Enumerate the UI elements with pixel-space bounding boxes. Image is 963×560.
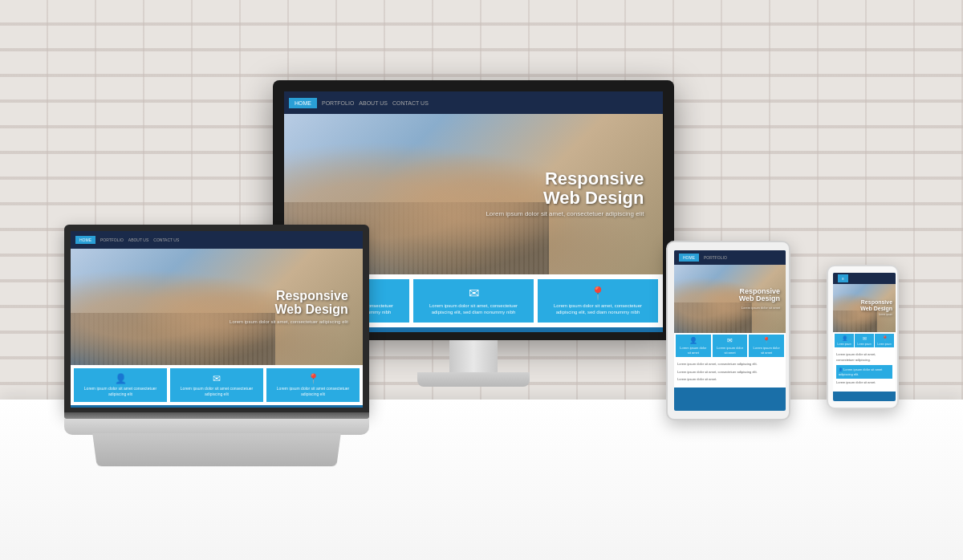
monitor-hero-text: Responsive Web Design Lorem ipsum dolor …	[486, 169, 644, 219]
tablet-card-1: 👤 Lorem ipsum dolor sit amet	[676, 335, 711, 357]
tablet-nav: HOME PORTFOLIO	[674, 250, 786, 265]
tablet-extra-text-3: Lorem ipsum dolor sit amet.	[677, 377, 782, 382]
laptop-nav-link-2: ABOUT US	[128, 237, 148, 242]
laptop-nav-link-3: CONTACT US	[153, 237, 179, 242]
phone-hero-title-1: Responsive	[860, 299, 892, 306]
tablet-bezel: HOME PORTFOLIO Responsive Web Design Lor…	[666, 241, 790, 420]
tablet-card-icon-3: 📍	[762, 337, 770, 344]
tablet-hero-subtitle: Lorem ipsum dolor sit amet	[739, 306, 780, 310]
monitor-hero-subtitle: Lorem ipsum dolor sit amet, consectetuer…	[486, 210, 644, 218]
tablet-screen: HOME PORTFOLIO Responsive Web Design Lor…	[674, 250, 786, 411]
phone-device: ≡ Responsive Web Design Lorem ipsum	[827, 265, 899, 409]
monitor-nav-link-3: CONTACT US	[392, 100, 429, 106]
scene-container: HOME PORTFOLIO ABOUT US CONTACT US Respo…	[0, 0, 963, 560]
laptop-card-1: 👤 Lorem ipsum dolor sit amet consectetue…	[74, 368, 167, 402]
monitor-card-3: 📍 Lorem ipsum dolor sit amet, consectetu…	[538, 279, 658, 323]
phone-screen-content: ≡ Responsive Web Design Lorem ipsum	[833, 273, 896, 401]
laptop-card-3: 📍 Lorem ipsum dolor sit amet consectetue…	[266, 368, 360, 402]
monitor-nav-link-1: PORTFOLIO	[322, 100, 354, 106]
tablet-extra-text-2: Lorem ipsum dolor sit amet, consectetuer…	[677, 370, 782, 375]
monitor-nav: HOME PORTFOLIO ABOUT US CONTACT US	[284, 91, 663, 114]
phone-card-1: 👤 Lorem ipsum	[835, 334, 854, 347]
phone-hero-text: Responsive Web Design Lorem ipsum	[860, 299, 892, 317]
phone-card-icon-3: 📍	[882, 335, 888, 341]
phone-extra-card-1: 👤 Lorem ipsum dolor sit amet adipiscing …	[836, 365, 892, 379]
laptop-nav-active: HOME	[75, 236, 95, 244]
phone-extra-content: Lorem ipsum dolor sit amet, consectetuer…	[833, 349, 896, 391]
monitor-nav-link-2: ABOUT US	[359, 100, 388, 106]
monitor-stand-base	[417, 372, 530, 387]
laptop-card-icon-2: ✉	[213, 373, 221, 384]
phone-card-icon-1: 👤	[842, 335, 847, 341]
laptop-device: HOME PORTFOLIO ABOUT US CONTACT US Respo…	[64, 225, 369, 435]
laptop-nav: HOME PORTFOLIO ABOUT US CONTACT US	[71, 231, 363, 249]
monitor-card-icon-2: ✉	[469, 286, 479, 301]
laptop-nav-link-1: PORTFOLIO	[100, 237, 124, 242]
tablet-cards: 👤 Lorem ipsum dolor sit amet ✉ Lorem ips…	[674, 333, 786, 359]
tablet-screen-content: HOME PORTFOLIO Responsive Web Design Lor…	[674, 250, 786, 411]
phone-card-2: ✉ Lorem ipsum	[855, 334, 874, 347]
tablet-card-2: ✉ Lorem ipsum dolor sit amet	[713, 335, 748, 357]
tablet-card-text-1: Lorem ipsum dolor sit amet	[678, 346, 709, 355]
phone-card-text-2: Lorem ipsum	[857, 343, 871, 346]
monitor-hero-title-2: Web Design	[486, 189, 644, 208]
tablet-card-icon-1: 👤	[689, 337, 697, 344]
tablet-card-3: 📍 Lorem ipsum dolor sit amet	[749, 335, 784, 357]
tablet-extra-content: Lorem ipsum dolor sit amet, consectetuer…	[674, 359, 786, 388]
phone-card-text-1: Lorem ipsum	[837, 343, 851, 346]
monitor-card-text-3: Lorem ipsum dolor sit amet, consectetuer…	[544, 302, 652, 316]
laptop-hero-title-1: Responsive	[230, 289, 348, 303]
monitor-card-icon-3: 📍	[590, 286, 606, 301]
phone-extra-card-text-1: 👤 Lorem ipsum dolor sit amet adipiscing …	[839, 367, 890, 376]
laptop-cards: 👤 Lorem ipsum dolor sit amet consectetue…	[71, 365, 363, 405]
phone-cards: 👤 Lorem ipsum ✉ Lorem ipsum 📍 Lorem ipsu…	[833, 332, 896, 349]
laptop-card-text-2: Lorem ipsum dolor sit amet consectetuer …	[175, 386, 258, 397]
laptop-card-text-1: Lorem ipsum dolor sit amet consectetuer …	[79, 386, 162, 397]
phone-card-3: 📍 Lorem ipsum	[875, 334, 894, 347]
tablet-card-text-2: Lorem ipsum dolor sit amet	[715, 346, 746, 355]
laptop-screen-content: HOME PORTFOLIO ABOUT US CONTACT US Respo…	[71, 231, 363, 408]
monitor-card-2: ✉ Lorem ipsum dolor sit amet, consectetu…	[413, 279, 534, 323]
phone-extra-text-2: Lorem ipsum dolor sit amet.	[836, 380, 892, 385]
tablet-extra-text-1: Lorem ipsum dolor sit amet, consectetuer…	[677, 362, 782, 367]
laptop-base	[64, 419, 369, 435]
tablet-hero-title-2: Web Design	[739, 295, 780, 303]
laptop-card-icon-1: 👤	[115, 373, 127, 384]
tablet-device: HOME PORTFOLIO Responsive Web Design Lor…	[666, 241, 790, 420]
phone-hero: Responsive Web Design Lorem ipsum	[833, 284, 896, 332]
tablet-nav-link-1: PORTFOLIO	[704, 255, 727, 260]
laptop-hero-subtitle: Lorem ipsum dolor sit amet, consectetuer…	[230, 319, 348, 326]
phone-nav: ≡	[833, 273, 896, 284]
tablet-nav-active: HOME	[679, 254, 699, 262]
laptop-card-2: ✉ Lorem ipsum dolor sit amet consectetue…	[170, 368, 263, 402]
laptop-card-icon-3: 📍	[307, 373, 319, 384]
phone-hero-title-2: Web Design	[860, 306, 892, 312]
laptop-screen: HOME PORTFOLIO ABOUT US CONTACT US Respo…	[71, 231, 363, 408]
laptop-hero-title-2: Web Design	[230, 302, 348, 317]
monitor-card-text-2: Lorem ipsum dolor sit amet, consectetuer…	[420, 302, 527, 316]
tablet-hero-text: Responsive Web Design Lorem ipsum dolor …	[739, 288, 780, 310]
phone-card-text-3: Lorem ipsum	[877, 343, 891, 346]
tablet-card-icon-2: ✉	[727, 337, 733, 344]
tablet-card-text-3: Lorem ipsum dolor sit amet	[751, 346, 782, 355]
laptop-card-text-3: Lorem ipsum dolor sit amet consectetuer …	[271, 386, 355, 397]
laptop-hinge	[64, 412, 369, 419]
phone-bezel: ≡ Responsive Web Design Lorem ipsum	[827, 265, 899, 409]
laptop-hero-text: Responsive Web Design Lorem ipsum dolor …	[230, 289, 348, 326]
phone-extra-text-1: Lorem ipsum dolor sit amet, consectetuer…	[836, 352, 892, 363]
monitor-stand-neck	[449, 340, 498, 372]
monitor-hero-title-1: Responsive	[486, 169, 644, 189]
monitor-nav-active: HOME	[289, 98, 317, 108]
phone-screen: ≡ Responsive Web Design Lorem ipsum	[833, 273, 896, 401]
phone-nav-active: ≡	[838, 274, 848, 282]
tablet-hero: Responsive Web Design Lorem ipsum dolor …	[674, 265, 786, 333]
phone-hero-subtitle: Lorem ipsum	[860, 314, 892, 317]
laptop-hero: Responsive Web Design Lorem ipsum dolor …	[71, 249, 363, 365]
laptop-bezel: HOME PORTFOLIO ABOUT US CONTACT US Respo…	[64, 225, 369, 412]
phone-card-icon-2: ✉	[863, 335, 867, 341]
